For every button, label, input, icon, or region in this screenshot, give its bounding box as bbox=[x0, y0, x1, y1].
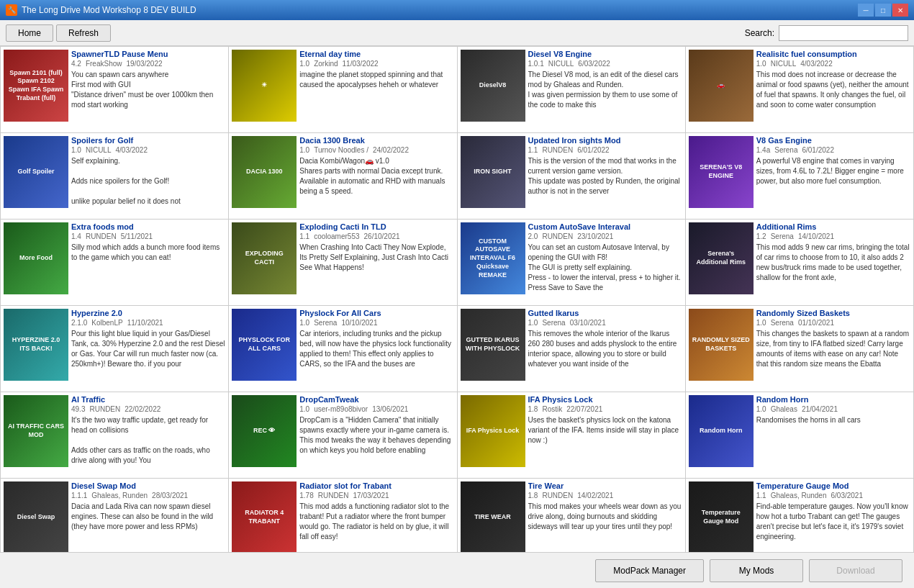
mod-author: RUNDEN bbox=[542, 232, 573, 240]
thumbnail-text: ☀ bbox=[232, 50, 297, 122]
mod-version: 1.8 bbox=[528, 492, 538, 499]
mod-description: The Diesel V8 mod, is an edit of the die… bbox=[528, 70, 682, 110]
mod-info: Physlock For All Cars 1.0 Serena 10/10/2… bbox=[299, 309, 453, 389]
app-title: The Long Drive Mod Workshop 8 DEV BUILD bbox=[22, 5, 858, 15]
mod-date: 21/04/2021 bbox=[802, 405, 838, 413]
mod-thumbnail: Golf Spoiler bbox=[4, 136, 68, 208]
mod-info: Spoilers for Golf 1.0 NICULL 4/03/2022 S… bbox=[71, 136, 225, 216]
mod-version: 4.2 bbox=[71, 60, 81, 68]
mod-card[interactable]: CUSTOM AUTOSAVE INTERAVAL F6 Quicksave R… bbox=[458, 220, 686, 306]
mod-author: RUNDEN bbox=[542, 492, 573, 499]
mod-card[interactable]: Diesel Swap Diesel Swap Mod 1.1.1 Ghalea… bbox=[1, 479, 229, 552]
mod-version: 1.0 bbox=[71, 146, 81, 154]
mod-thumbnail: DieselV8 bbox=[461, 50, 525, 122]
mod-title: AI Traffic bbox=[71, 395, 225, 404]
mod-title: Custom AutoSave Interaval bbox=[528, 222, 682, 231]
mod-author: Serena bbox=[771, 232, 794, 240]
mod-card[interactable]: More Food Extra foods mod 1.4 RUNDEN 5/1… bbox=[1, 220, 229, 306]
thumbnail-text: 🚗 bbox=[689, 50, 754, 122]
mod-meta: 1.0 Serena 01/10/2021 bbox=[756, 319, 910, 327]
maximize-button[interactable]: □ bbox=[875, 4, 891, 17]
mod-version: 1.78 bbox=[299, 492, 313, 499]
mod-thumbnail: RANDOMLY SIZED BASKETS bbox=[689, 309, 754, 381]
search-input[interactable] bbox=[779, 25, 908, 41]
thumbnail-text: CUSTOM AUTOSAVE INTERAVAL F6 Quicksave R… bbox=[461, 222, 525, 294]
mod-card[interactable]: IFA Physics Lock IFA Physics Lock 1.8 Ro… bbox=[458, 392, 686, 479]
home-button[interactable]: Home bbox=[6, 24, 53, 42]
close-button[interactable]: ✕ bbox=[892, 4, 908, 17]
thumbnail-text: AI TRAFFIC CARS MOD bbox=[4, 395, 68, 467]
mod-title: Randomly Sized Baskets bbox=[756, 309, 910, 317]
minimize-button[interactable]: ─ bbox=[858, 4, 874, 17]
mod-version: 1.1 bbox=[528, 146, 538, 154]
mod-description: You can set an custom Autosave Interval,… bbox=[528, 243, 682, 293]
download-button[interactable]: Download bbox=[809, 559, 902, 582]
mod-card[interactable]: Random Horn Random Horn 1.0 Ghaleas 21/0… bbox=[686, 392, 914, 479]
mod-description: DropCam is a "Hidden Camera" that initia… bbox=[299, 415, 453, 456]
mod-info: Radiator slot for Trabant 1.78 RUNDEN 17… bbox=[299, 481, 453, 552]
mod-date: 10/10/2021 bbox=[341, 319, 377, 327]
refresh-button[interactable]: Refresh bbox=[56, 24, 111, 42]
mod-card[interactable]: Temperature Gauge Mod Temperature Gauge … bbox=[686, 479, 914, 552]
mod-card[interactable]: Spawn 2101 (full) Spawn 2102 Spawn IFA S… bbox=[1, 47, 229, 133]
my-mods-button[interactable]: My Mods bbox=[710, 559, 803, 582]
mod-date: 4/03/2022 bbox=[800, 60, 833, 68]
mod-title: Tire Wear bbox=[528, 481, 682, 490]
mod-title: Additional Rims bbox=[756, 222, 910, 231]
mod-description: This mod does not increase or decrease t… bbox=[756, 70, 910, 110]
mod-card[interactable]: PHYSLOCK FOR ALL CARS Physlock For All C… bbox=[229, 306, 457, 392]
mod-meta: 1.0 Ghaleas 21/04/2021 bbox=[756, 405, 910, 413]
mod-description: When Crashing Into Cacti They Now Explod… bbox=[299, 243, 453, 273]
mod-author: Serena bbox=[771, 319, 794, 327]
thumbnail-text: Spawn 2101 (full) Spawn 2102 Spawn IFA S… bbox=[4, 50, 68, 122]
mod-info: Custom AutoSave Interaval 2.0 RUNDEN 23/… bbox=[528, 222, 682, 302]
mod-author: Ghaleas, Runden bbox=[771, 492, 827, 499]
mod-date: 28/03/2021 bbox=[152, 492, 188, 499]
mod-description: This changes the baskets to spawn at a r… bbox=[756, 329, 910, 369]
mod-author: Zorkind bbox=[314, 60, 338, 68]
thumbnail-text: PHYSLOCK FOR ALL CARS bbox=[232, 309, 297, 381]
mod-title: Random Horn bbox=[756, 395, 910, 404]
mod-card[interactable]: TIRE WEAR Tire Wear 1.8 RUNDEN 14/02/202… bbox=[458, 479, 686, 552]
mod-card[interactable]: Golf Spoiler Spoilers for Golf 1.0 NICUL… bbox=[1, 133, 229, 220]
mod-card[interactable]: REC 👁 DropCamTweak 1.0 user-m89o8bivor 1… bbox=[229, 392, 457, 479]
mod-meta: 1.0 Turnov Noodles / 24/02/2022 bbox=[299, 146, 453, 154]
mod-info: AI Traffic 49.3 RUNDEN 22/02/2022 It's t… bbox=[71, 395, 225, 475]
mod-card[interactable]: DACIA 1300 Dacia 1300 Break 1.0 Turnov N… bbox=[229, 133, 457, 220]
mod-thumbnail: Temperature Gauge Mod bbox=[689, 481, 754, 552]
mod-card[interactable]: IRON SIGHT Updated Iron sights Mod 1.1 R… bbox=[458, 133, 686, 220]
mod-card[interactable]: GUTTED IKARUS WITH PHYSLOCK Gutted Ikaru… bbox=[458, 306, 686, 392]
mod-card[interactable]: AI TRAFFIC CARS MOD AI Traffic 49.3 RUND… bbox=[1, 392, 229, 479]
mod-card[interactable]: 🚗 Realisitc fuel consumption 1.0 NICULL … bbox=[686, 47, 914, 133]
mod-date: 23/10/2021 bbox=[577, 232, 613, 240]
thumbnail-text: GUTTED IKARUS WITH PHYSLOCK bbox=[461, 309, 525, 381]
mod-card[interactable]: Serena's Additional Rims Additional Rims… bbox=[686, 220, 914, 306]
mod-card[interactable]: ☀ Eternal day time 1.0 Zorkind 11/03/202… bbox=[229, 47, 457, 133]
mod-info: Hyperzine 2.0 2.1.0 KolbenLP 11/10/2021 … bbox=[71, 309, 225, 389]
mod-info: Dacia 1300 Break 1.0 Turnov Noodles / 24… bbox=[299, 136, 453, 216]
modpack-manager-button[interactable]: ModPack Manager bbox=[595, 559, 704, 582]
mod-card[interactable]: SERENA'S V8 ENGINE V8 Gas Engine 1.4a Se… bbox=[686, 133, 914, 220]
mod-author: NICULL bbox=[86, 146, 112, 154]
mod-date: 11/10/2021 bbox=[127, 319, 163, 327]
mod-card[interactable]: RADIATOR 4 TRABANT Radiator slot for Tra… bbox=[229, 479, 457, 552]
mod-description: This removes the whole interior of the I… bbox=[528, 329, 682, 369]
mod-meta: 1.0 Zorkind 11/03/2022 bbox=[299, 60, 453, 68]
mod-info: SpawnerTLD Pause Menu 4.2 FreakShow 19/0… bbox=[71, 50, 225, 130]
mod-meta: 1.0 NICULL 4/03/2022 bbox=[756, 60, 910, 68]
mod-version: 1.0 bbox=[756, 319, 766, 327]
mod-card[interactable]: RANDOMLY SIZED BASKETS Randomly Sized Ba… bbox=[686, 306, 914, 392]
mod-version: 2.0 bbox=[528, 232, 538, 240]
mod-thumbnail: REC 👁 bbox=[232, 395, 297, 467]
mod-card[interactable]: EXPLODING CACTI Exploding Cacti In TLD 1… bbox=[229, 220, 457, 306]
mod-meta: 1.1 Ghaleas, Runden 6/03/2021 bbox=[756, 492, 910, 499]
mod-meta: 1.0 user-m89o8bivor 13/06/2021 bbox=[299, 405, 453, 413]
mod-info: Extra foods mod 1.4 RUNDEN 5/11/2021 Sil… bbox=[71, 222, 225, 302]
mod-version: 2.1.0 bbox=[71, 319, 87, 327]
mod-description: Silly mod which adds a bunch more food i… bbox=[71, 243, 225, 263]
mod-card[interactable]: DieselV8 Diesel V8 Engine 1.0.1 NICULL 6… bbox=[458, 47, 686, 133]
mod-version: 1.1 bbox=[756, 492, 766, 499]
mod-card[interactable]: HYPERZINE 2.0 ITS BACK! Hyperzine 2.0 2.… bbox=[1, 306, 229, 392]
mod-author: NICULL bbox=[548, 60, 574, 68]
mod-meta: 1.8 Rostik 22/07/2021 bbox=[528, 405, 682, 413]
